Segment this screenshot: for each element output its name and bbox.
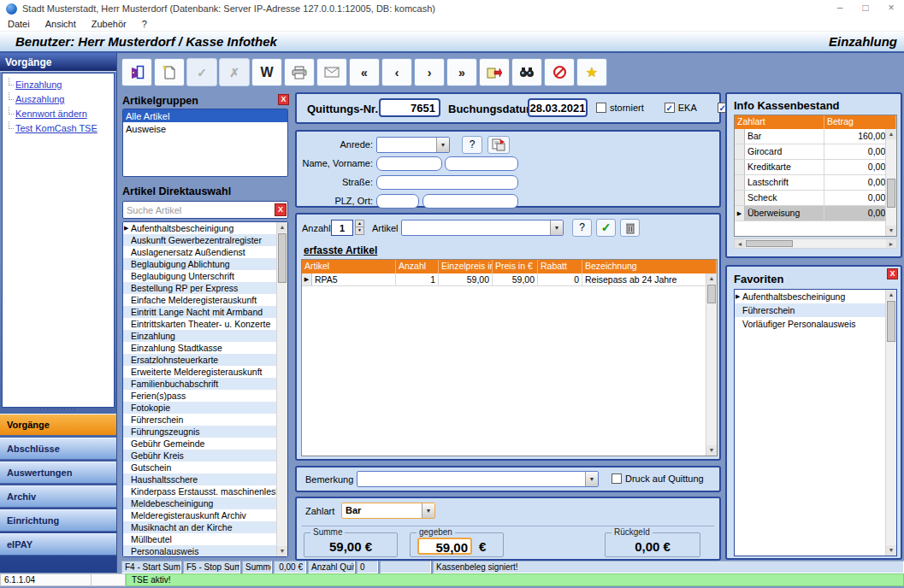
kassenbestand-vscrollbar[interactable]: ▲ ▼ bbox=[885, 129, 896, 236]
article-list-item[interactable]: Melderegisterauskunft Archiv bbox=[123, 509, 276, 521]
kassenbestand-hscrollbar[interactable]: ◄ ► bbox=[734, 238, 897, 249]
artikel-select[interactable]: ▼ bbox=[401, 220, 564, 236]
chevron-down-icon[interactable]: ▼ bbox=[422, 503, 434, 518]
sidebar-nav-button[interactable]: Auswertungen bbox=[0, 462, 116, 484]
sidebar-tree-item[interactable]: Auszahlung bbox=[3, 92, 114, 107]
menu-item[interactable]: Datei bbox=[0, 19, 38, 29]
sidebar-nav-button[interactable]: Abschlüsse bbox=[0, 438, 116, 460]
article-list-item[interactable]: Einzahlung bbox=[123, 330, 276, 342]
article-list-item[interactable]: Führerschein bbox=[123, 414, 276, 426]
ort-input[interactable] bbox=[422, 194, 518, 209]
article-list-item[interactable]: Gebühr Gemeinde bbox=[123, 438, 276, 450]
article-list-item[interactable]: Auskunft Gewerbezentralregister bbox=[123, 234, 276, 246]
scroll-up-icon[interactable]: ▲ bbox=[277, 222, 287, 232]
previous-record-icon[interactable]: ‹ bbox=[381, 58, 412, 86]
sidebar-nav-button[interactable]: Vorgänge bbox=[0, 414, 116, 436]
entry-table-scrollbar[interactable]: ▲ ▼ bbox=[706, 273, 717, 456]
confirm-article-button[interactable]: ✓ bbox=[596, 219, 616, 237]
article-list-item[interactable]: Beglaubigung Ablichtung bbox=[123, 258, 276, 270]
clear-search-icon[interactable]: X bbox=[275, 203, 287, 216]
article-list-item[interactable]: Fotokopie bbox=[123, 402, 276, 414]
artikelgruppe-item[interactable]: Ausweise bbox=[123, 122, 287, 135]
search-icon[interactable] bbox=[511, 58, 542, 86]
gegeben-input[interactable]: 59,00 bbox=[417, 538, 472, 555]
table-column-header[interactable]: Betrag bbox=[824, 115, 896, 129]
anzahl-input[interactable]: 1 bbox=[331, 220, 353, 236]
artikel-help-button[interactable]: ? bbox=[572, 219, 592, 237]
strasse-input[interactable] bbox=[376, 175, 518, 190]
email-icon[interactable] bbox=[316, 58, 347, 86]
last-record-icon[interactable]: » bbox=[446, 58, 477, 86]
word-export-icon[interactable]: W bbox=[251, 58, 282, 86]
table-column-header[interactable]: Bezeichnung bbox=[582, 260, 717, 273]
splitter-handle[interactable]: ··········· bbox=[0, 407, 116, 414]
kassenbestand-row[interactable]: Girocard 0,00 € bbox=[735, 144, 896, 160]
checkbox-box-icon[interactable] bbox=[665, 103, 675, 113]
article-list-item[interactable]: Auslagenersatz Außendienst bbox=[123, 246, 276, 258]
close-icon[interactable]: × bbox=[878, 0, 904, 17]
favoriten-scrollbar[interactable]: ▲ ▼ bbox=[885, 290, 896, 556]
article-list-item[interactable]: Personalausweis bbox=[123, 545, 276, 556]
scroll-right-icon[interactable]: ► bbox=[886, 239, 896, 248]
scroll-down-icon[interactable]: ▼ bbox=[277, 546, 287, 556]
article-list-item[interactable]: Haushaltsschere bbox=[123, 473, 276, 485]
sidebar-tree-item[interactable]: Test KomCash TSE bbox=[3, 121, 114, 136]
article-list-item[interactable]: Erweiterte Melderegisterauskunft bbox=[123, 366, 276, 378]
checkbox-box-icon[interactable] bbox=[596, 103, 606, 113]
receipt-checkbox[interactable]: storniert bbox=[596, 103, 644, 113]
article-list-item[interactable]: Bestellung RP per Express bbox=[123, 282, 276, 294]
article-search-input[interactable] bbox=[122, 201, 288, 219]
article-list-item[interactable]: Gebühr Kreis bbox=[123, 450, 276, 462]
table-column-header[interactable]: Zahlart bbox=[735, 115, 824, 129]
scroll-up-icon[interactable]: ▲ bbox=[706, 273, 717, 284]
close-artikelgruppen-icon[interactable]: X bbox=[278, 94, 289, 105]
article-list-item[interactable]: Einzahlung Stadtkasse bbox=[123, 342, 276, 354]
scroll-up-icon[interactable]: ▲ bbox=[886, 290, 896, 300]
chevron-down-icon[interactable]: ▼ bbox=[436, 138, 449, 152]
article-list-item[interactable]: Eintrittskarten Theater- u. Konzerte bbox=[123, 318, 276, 330]
next-record-icon[interactable]: › bbox=[414, 58, 445, 86]
sidebar-nav-button[interactable]: Einrichtung bbox=[0, 509, 116, 532]
checkbox-box-icon[interactable] bbox=[612, 473, 622, 484]
bemerkung-select[interactable]: ▼ bbox=[357, 471, 599, 487]
kassenbestand-row[interactable]: Kreditkarte 0,00 € bbox=[735, 160, 896, 175]
sidebar-nav-button[interactable]: Archiv bbox=[0, 485, 116, 508]
scroll-left-icon[interactable]: ◄ bbox=[735, 239, 745, 248]
print-icon[interactable] bbox=[284, 58, 315, 86]
anrede-select[interactable]: ▼ bbox=[376, 137, 450, 153]
anrede-help-button[interactable]: ? bbox=[462, 136, 482, 154]
sidebar-nav-button[interactable]: eIPAY bbox=[0, 533, 116, 556]
chevron-down-icon[interactable]: ▼ bbox=[585, 472, 598, 486]
article-list-item[interactable]: Eintritt Lange Nacht mit Armband bbox=[123, 306, 276, 318]
druck-auf-quittung-checkbox[interactable]: Druck auf Quittung bbox=[612, 473, 704, 484]
close-favoriten-icon[interactable]: X bbox=[887, 268, 898, 279]
plz-input[interactable] bbox=[376, 194, 419, 209]
favorit-item[interactable]: Vorläufiger Personalausweis bbox=[735, 317, 885, 331]
name-input[interactable] bbox=[376, 156, 442, 171]
receipt-checkbox[interactable]: EKA bbox=[665, 103, 697, 113]
zahlart-select[interactable]: Bar ▼ bbox=[341, 503, 435, 519]
chevron-down-icon[interactable]: ▼ bbox=[550, 220, 563, 235]
sidebar-tree-item[interactable]: Einzahlung bbox=[3, 78, 114, 92]
table-column-header[interactable]: Rabatt bbox=[538, 260, 582, 273]
article-list-item[interactable]: Einfache Melderegisterauskunft bbox=[123, 294, 276, 306]
scroll-up-icon[interactable]: ▲ bbox=[886, 129, 896, 139]
favorit-item[interactable]: Aufenthaltsbescheinigung bbox=[735, 290, 885, 303]
article-list-item[interactable]: Beglaubigung Unterschrift bbox=[123, 270, 276, 282]
minimize-icon[interactable]: – bbox=[827, 0, 853, 17]
exit-icon[interactable] bbox=[121, 58, 152, 86]
storno-icon[interactable] bbox=[544, 58, 575, 86]
article-list-item[interactable]: Ferien(s)pass bbox=[123, 390, 276, 402]
maximize-icon[interactable]: □ bbox=[853, 0, 878, 17]
article-entry-row[interactable]: ▶ RPA5 1 59,00 59,00 0 Reisepass ab 24 J… bbox=[302, 273, 717, 286]
sidebar-tree-item[interactable]: Kennwort ändern bbox=[3, 107, 114, 121]
article-list-item[interactable]: Aufenthaltsbescheinigung bbox=[123, 222, 276, 234]
article-list-item[interactable]: Familienbuchabschrift bbox=[123, 378, 276, 390]
kassenbestand-row[interactable]: Lastschrift 0,00 € bbox=[735, 175, 896, 191]
article-list-item[interactable]: Kinderpass Erstausst. maschinenlesbar bbox=[123, 485, 276, 497]
delete-article-icon[interactable] bbox=[620, 219, 640, 237]
stepper-up-icon[interactable]: ▲ bbox=[355, 220, 364, 227]
article-list-item[interactable]: Musiknacht an der Kirche bbox=[123, 521, 276, 533]
artikelgruppe-item[interactable]: Alle Artikel bbox=[123, 109, 287, 122]
table-column-header[interactable]: Artikel bbox=[302, 260, 396, 273]
